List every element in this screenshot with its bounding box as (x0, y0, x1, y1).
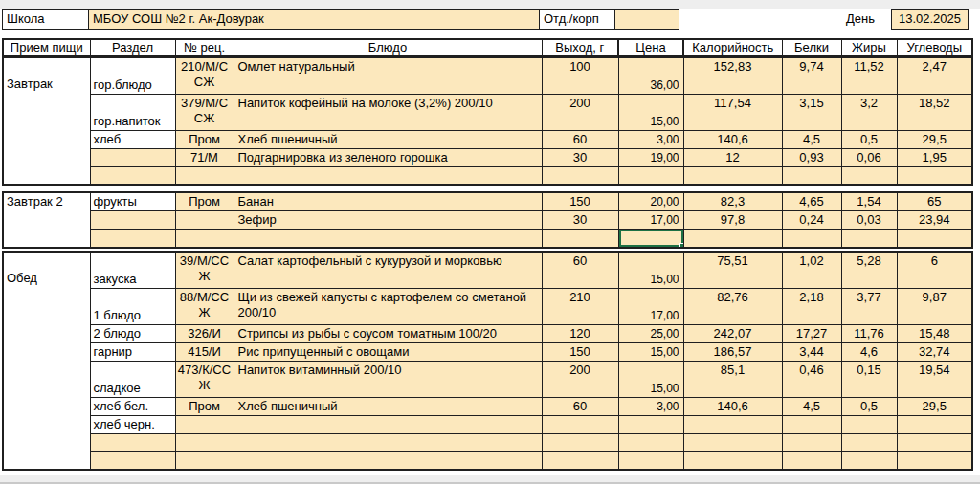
cell-out[interactable]: 120 (542, 324, 618, 342)
cell-kcal[interactable] (683, 230, 782, 248)
cell-razdel[interactable]: хлеб бел. (90, 397, 175, 415)
cell-fat[interactable]: 0,5 (841, 130, 897, 148)
cell-fat[interactable] (841, 451, 897, 470)
cell-price[interactable] (618, 415, 683, 433)
cell-out[interactable]: 30 (542, 148, 618, 166)
cell-dish[interactable]: Омлет натуральный (234, 57, 542, 94)
cell-dish[interactable]: Банан (234, 192, 542, 211)
dept-value-cell[interactable] (614, 9, 679, 30)
header-cell-7[interactable]: Белки (782, 39, 841, 56)
header-cell-1[interactable]: Раздел (90, 39, 175, 56)
cell-price[interactable]: 15,00 (618, 342, 683, 361)
cell-kcal[interactable]: 152,83 (683, 57, 782, 94)
meal-cell[interactable]: Обед (3, 252, 90, 470)
cell-razdel[interactable]: 2 блюдо (90, 324, 175, 342)
cell-fat[interactable]: 5,28 (841, 252, 897, 288)
cell-protein[interactable]: 0,46 (782, 361, 841, 397)
cell-out[interactable]: 210 (542, 288, 618, 324)
cell-rec[interactable] (175, 166, 234, 185)
cell-protein[interactable]: 1,02 (782, 252, 841, 288)
cell-razdel[interactable]: гарнир (90, 342, 175, 361)
cell-fat[interactable]: 0,03 (841, 211, 897, 230)
cell-price[interactable]: 36,00 (618, 57, 683, 94)
cell-kcal[interactable]: 242,07 (683, 324, 782, 342)
cell-protein[interactable]: 0,93 (782, 148, 841, 166)
cell-protein[interactable] (782, 433, 841, 451)
cell-kcal[interactable]: 186,57 (683, 342, 782, 361)
cell-fat[interactable]: 0,15 (841, 361, 897, 397)
school-value-cell[interactable]: МБОУ СОШ №2 г. Ак-Довурак (88, 9, 540, 30)
cell-carbs[interactable]: 1,95 (897, 148, 972, 166)
cell-razdel[interactable]: хлеб (90, 130, 175, 148)
cell-fat[interactable]: 4,6 (841, 342, 897, 361)
school-label-cell[interactable]: Школа (2, 9, 89, 30)
cell-dish[interactable] (234, 433, 542, 451)
cell-out[interactable]: 200 (542, 361, 618, 397)
day-value-cell[interactable]: 13.02.2025 (891, 9, 969, 30)
cell-kcal[interactable]: 85,1 (683, 361, 782, 397)
cell-dish[interactable]: Хлеб пшеничный (234, 130, 542, 148)
cell-protein[interactable]: 2,18 (782, 288, 841, 324)
cell-razdel[interactable] (90, 451, 175, 470)
cell-fat[interactable] (841, 230, 897, 248)
cell-protein[interactable] (782, 415, 841, 433)
cell-razdel[interactable] (90, 230, 175, 248)
cell-protein[interactable]: 3,44 (782, 342, 841, 361)
cell-kcal[interactable]: 82,3 (683, 192, 782, 211)
header-cell-9[interactable]: Углеводы (897, 39, 972, 56)
cell-dish[interactable]: Напиток витаминный 200/10 (234, 361, 542, 397)
cell-price[interactable]: 3,00 (618, 130, 683, 148)
cell-rec[interactable]: Пром (175, 192, 234, 211)
cell-carbs[interactable]: 15,48 (897, 324, 972, 342)
cell-kcal[interactable] (683, 451, 782, 470)
cell-kcal[interactable]: 82,76 (683, 288, 782, 324)
dept-label-cell[interactable]: Отд./корп (539, 9, 615, 30)
cell-price[interactable]: 20,00 (618, 192, 683, 211)
cell-fat[interactable] (841, 166, 897, 185)
cell-dish[interactable]: Рис припущенный с овощами (234, 342, 542, 361)
cell-price[interactable]: 15,00 (618, 361, 683, 397)
cell-out[interactable]: 150 (542, 342, 618, 361)
cell-dish[interactable]: Хлеб пшеничный (234, 397, 542, 415)
cell-fat[interactable]: 3,77 (841, 288, 897, 324)
cell-price[interactable]: 19,00 (618, 148, 683, 166)
cell-rec[interactable]: 210/М/ССЖ (175, 57, 234, 94)
cell-price[interactable] (618, 451, 683, 470)
cell-protein[interactable] (782, 451, 841, 470)
cell-out[interactable] (542, 451, 618, 470)
cell-carbs[interactable]: 9,87 (897, 288, 972, 324)
cell-protein[interactable]: 0,24 (782, 211, 841, 230)
cell-dish[interactable]: Щи из свежей капусты с картофелем со сме… (234, 288, 542, 324)
cell-dish[interactable]: Салат картофельный с кукурузой и морковь… (234, 252, 542, 288)
cell-carbs[interactable]: 23,94 (897, 211, 972, 230)
cell-dish[interactable] (234, 230, 542, 248)
cell-dish[interactable]: Подгарнировка из зеленого горошка (234, 148, 542, 166)
cell-price[interactable]: 15,00 (618, 94, 683, 130)
cell-out[interactable] (542, 415, 618, 433)
cell-fat[interactable]: 11,76 (841, 324, 897, 342)
header-cell-6[interactable]: Калорийность (683, 39, 782, 56)
cell-carbs[interactable]: 18,52 (897, 94, 972, 130)
cell-out[interactable]: 60 (542, 252, 618, 288)
cell-carbs[interactable]: 6 (897, 252, 972, 288)
cell-razdel[interactable] (90, 433, 175, 451)
cell-price[interactable]: 17,00 (618, 288, 683, 324)
cell-rec[interactable] (175, 433, 234, 451)
cell-kcal[interactable]: 140,6 (683, 130, 782, 148)
cell-rec[interactable]: 88/М/ССЖ (175, 288, 234, 324)
cell-kcal[interactable]: 140,6 (683, 397, 782, 415)
cell-dish[interactable] (234, 166, 542, 185)
cell-rec[interactable] (175, 211, 234, 230)
cell-razdel[interactable] (90, 148, 175, 166)
cell-fat[interactable]: 0,5 (841, 397, 897, 415)
cell-razdel[interactable] (90, 211, 175, 230)
meal-cell[interactable]: Завтрак (3, 57, 90, 185)
cell-price[interactable]: 25,00 (618, 324, 683, 342)
cell-kcal[interactable]: 75,51 (683, 252, 782, 288)
cell-fat[interactable]: 0,06 (841, 148, 897, 166)
meal-cell[interactable]: Завтрак 2 (3, 192, 90, 248)
cell-fat[interactable]: 11,52 (841, 57, 897, 94)
cell-price[interactable]: 15,00 (618, 252, 683, 288)
cell-rec[interactable]: 473/К/ССЖ (175, 361, 234, 397)
cell-price[interactable]: 17,00 (618, 211, 683, 230)
